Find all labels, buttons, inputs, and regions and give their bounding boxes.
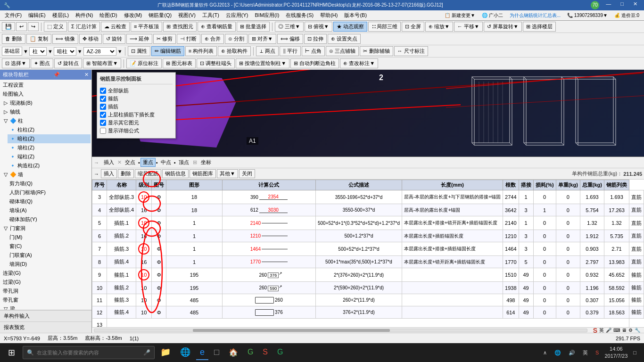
expand-column[interactable]: ▽ <box>3 118 8 124</box>
sidebar-item-drawing[interactable]: 绘图输入 <box>1 90 91 99</box>
restore-btn[interactable]: □ <box>618 1 627 9</box>
btn-rotate-screen[interactable]: ↺ 屏幕旋转▼ <box>484 22 522 32</box>
btn-align[interactable]: ⊞ 对齐▼ <box>248 34 276 44</box>
start-button[interactable]: ⊞ <box>2 345 21 360</box>
sidebar-item-axis[interactable]: ▷ 轴线 <box>1 107 91 116</box>
btn-redo[interactable]: ↪ <box>28 22 39 31</box>
menu-online[interactable]: 在线服务(S) <box>283 11 316 20</box>
btn-zoom[interactable]: ⊕ 缩放▼ <box>425 22 453 32</box>
sidebar-item-masonry-rebar[interactable]: 砌体加筋(Y) <box>8 215 91 224</box>
sidebar-close[interactable]: ✕ <box>84 72 89 78</box>
taskbar-app-s[interactable]: 📁 <box>157 345 174 360</box>
element-combo[interactable]: AZ-28 <box>83 47 116 56</box>
h-scrollbar[interactable]: S 英 🎤 ⌨ 🖥 ⚙ 🔧 <box>92 327 644 333</box>
btn-component-list[interactable]: ≡ 构件列表 <box>185 46 217 56</box>
sidebar-item-wall[interactable]: ▽ 🔶 墙 <box>1 170 91 179</box>
btn-find[interactable]: ⊞ 查找图元 <box>163 22 196 32</box>
sidebar-item-struct-col[interactable]: 🔹 构造柱(Z) <box>8 161 91 170</box>
expand-beam[interactable]: ▽ <box>3 306 8 310</box>
rebar-btn-library[interactable]: 钢筋图库 <box>190 169 216 178</box>
btn-trim[interactable]: ✂ 修剪 <box>153 34 176 44</box>
sub-type-combo[interactable]: 暗柱 <box>54 47 76 56</box>
btn-three-point-aux[interactable]: ⊙ 三点辅轴 <box>326 46 359 56</box>
btn-break[interactable]: ⊣ 打断 <box>177 34 200 44</box>
cb-dowel[interactable]: 插筋 <box>100 103 173 110</box>
table-row[interactable]: 10 箍筋.2 10 Φ 195 260 590 ↗ <box>92 282 644 294</box>
btn-3d[interactable]: ◎ 三维▼ <box>275 22 304 32</box>
sidebar-item-wall-opening[interactable]: 墙洞(D) <box>8 260 91 269</box>
btn-select-mode[interactable]: ⊡ 选择▼ <box>2 58 30 68</box>
btn-view-rebar[interactable]: ⊕ 查看钢筋量 <box>198 22 236 32</box>
sidebar-item-end-col[interactable]: 🔹 端柱(Z) <box>8 152 91 161</box>
snap-btn-midpoint[interactable]: 重点 <box>140 158 156 167</box>
cb-upper-dowel-depth[interactable]: 上层柱插筋下插长度 <box>100 111 173 118</box>
btn-copy[interactable]: 📋 复制 <box>26 34 51 44</box>
table-row[interactable]: 3 全部纵筋.3 10 Φ 18 390 2354 <box>92 190 644 204</box>
btn-select-floor[interactable]: ⊞ 选择楼层 <box>523 22 556 32</box>
table-row[interactable]: 5 插筋.1 10 Φ 1 2140 500+52*d+1*(0.3*52*d+… <box>92 216 644 230</box>
cb-all-longitudinal[interactable]: 全部纵筋 <box>100 87 173 94</box>
btn-smart-layout[interactable]: ⊞ 智能布置▼ <box>83 58 121 68</box>
rebar-btn-insert[interactable]: 插入 <box>101 169 117 178</box>
table-row[interactable]: 6 插筋.2 16 Φ 1 1210 500+1.2*37*d 本层露出长度+ <box>92 230 644 242</box>
cb-stirrup[interactable]: 箍筋 <box>100 95 173 102</box>
sidebar-item-wall-col[interactable]: 🔹 墙柱(Z) <box>8 143 91 152</box>
menu-component[interactable]: 构件(N) <box>73 11 96 20</box>
btn-auto-corner[interactable]: ⊞ 自动判断边角柱 <box>290 58 339 68</box>
taskbar-app-browser[interactable]: 🌐 <box>176 345 194 360</box>
menu-phone[interactable]: 📞 13907298339▼ <box>564 12 611 19</box>
taskbar-app-home[interactable]: 🏠 <box>225 345 242 360</box>
taskbar-clock[interactable]: 14:06 2017/7/23 <box>604 346 627 360</box>
snap-btn-intersect[interactable]: 交点 <box>123 158 138 167</box>
btn-fullscreen[interactable]: ⊡ 全屏 <box>402 22 424 32</box>
single-component-input[interactable]: 单构件输入 <box>0 310 91 321</box>
sidebar-item-with-window-hole[interactable]: 带孔窗 <box>1 296 91 304</box>
minimize-btn[interactable]: — <box>603 1 614 9</box>
btn-move[interactable]: ✥ 移动 <box>79 34 102 44</box>
rebar-btn-info[interactable]: 钢筋信息 <box>162 169 189 178</box>
menu-tools[interactable]: 工具(T) <box>199 11 222 20</box>
btn-stretch[interactable]: ⊡ 拉伸 <box>304 34 327 44</box>
snap-btn-center[interactable]: 中点 <box>158 158 173 167</box>
btn-extend[interactable]: ⟶ 延伸 <box>126 34 152 44</box>
sidebar-pin[interactable]: 📌 <box>53 72 60 78</box>
btn-draw-point[interactable]: ✦ 图点 <box>31 58 53 68</box>
sidebar-item-floor-slab[interactable]: ▷ 现浇板(B) <box>1 99 91 107</box>
taskbar-app-green[interactable]: G <box>244 345 257 360</box>
taskbar-app-ie[interactable]: e <box>196 345 208 360</box>
tray-arrow[interactable]: ∧ <box>541 349 549 357</box>
rebar-btn-close[interactable]: 关闭 <box>239 169 255 178</box>
table-row[interactable]: 12 箍筋.4 10 Φ 485 376 376+2*(11.9*d) <box>92 306 644 319</box>
cb-show-other-elements[interactable]: 显示其它图元 <box>100 119 173 126</box>
menu-cloud[interactable]: 云应用(Y) <box>223 11 251 20</box>
btn-align-top[interactable]: ≡ 平齐板顶 <box>131 22 162 32</box>
btn-top-view[interactable]: ⊟ 俯视▼ <box>305 22 332 32</box>
sidebar-item-engineering[interactable]: 工程设置 <box>1 81 91 90</box>
btn-merge[interactable]: ⊕ 合并 <box>201 34 224 44</box>
btn-cloud-check[interactable]: ☁ 云检查 <box>101 22 130 32</box>
sidebar-item-wall-buttress[interactable]: 墙垛(A) <box>8 206 91 215</box>
sidebar-item-civil-def-wall[interactable]: 人防门框墙(RF) <box>8 188 91 197</box>
btn-pan[interactable]: ← 平移▼ <box>454 22 483 32</box>
snap-btn-vertex[interactable]: 顶点 <box>176 158 191 167</box>
snap-btn-insert[interactable]: 插入 <box>101 158 116 167</box>
btn-calc[interactable]: Σ 汇总计算 <box>68 22 100 32</box>
btn-element-table[interactable]: ⊞ 图元标表 <box>163 58 196 68</box>
table-row[interactable]: 4 全部纵筋.4 16 Φ 18 612 3030 <box>92 204 644 216</box>
expand-door[interactable]: ▽ <box>3 225 8 231</box>
btn-point-angle[interactable]: ⊢ 点角 <box>302 46 325 56</box>
btn-save[interactable]: 💾 <box>2 22 15 31</box>
close-btn[interactable]: ✕ <box>630 1 640 9</box>
btn-parallel[interactable]: ∥ 平行 <box>280 46 301 56</box>
report-preview[interactable]: 报表预览 <box>0 321 91 333</box>
tray-volume[interactable]: 🔊 <box>567 349 577 357</box>
cb-show-detail-formula[interactable]: 显示详细公式 <box>100 127 173 134</box>
sidebar-item-masonry-wall[interactable]: 砌体墙(Q) <box>8 197 91 206</box>
btn-dynamic[interactable]: ★ 动态观察 <box>333 22 367 32</box>
menu-floor[interactable]: 楼层(L) <box>50 11 72 20</box>
menu-gz2[interactable]: 🌐 广小二 <box>479 11 506 20</box>
taskbar-app-g2[interactable]: G <box>273 345 287 360</box>
table-row[interactable]: 8 插筋.4 16 Φ 1 1770 500+1*max(35*d,500)+1… <box>92 256 644 268</box>
tray-notification[interactable]: □ <box>631 349 638 356</box>
btn-undo[interactable]: ↩ <box>16 22 27 31</box>
